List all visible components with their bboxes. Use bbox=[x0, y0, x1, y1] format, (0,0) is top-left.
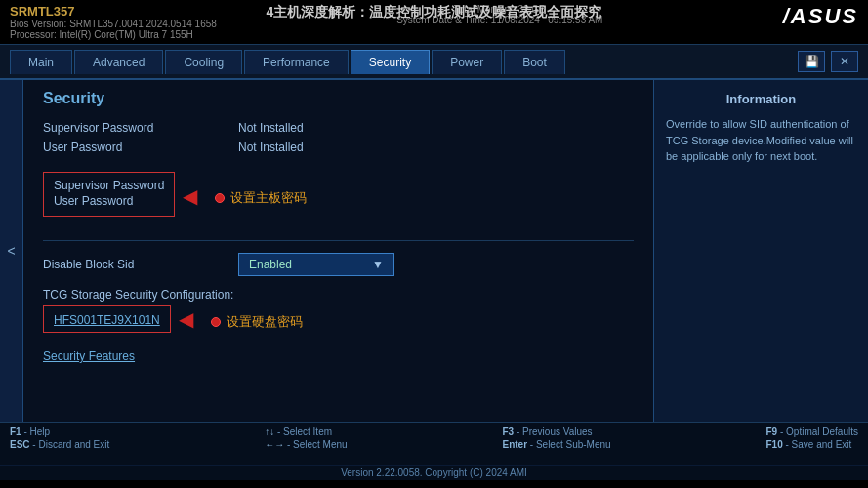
select-item-shortcut: ↑↓ - Select Item bbox=[265, 427, 347, 437]
version-text: Version 2.22.0058. Copyright (C) 2024 AM… bbox=[341, 468, 527, 478]
tcg-device-label: HFS001TEJ9X101N bbox=[54, 313, 160, 327]
tcg-device-row: HFS001TEJ9X101N ◀ 设置硬盘密码 bbox=[43, 305, 634, 333]
tab-main[interactable]: Main bbox=[10, 50, 72, 74]
tab-advanced[interactable]: Advanced bbox=[74, 50, 163, 74]
divider bbox=[43, 240, 634, 241]
tab-boot[interactable]: Boot bbox=[504, 50, 565, 74]
pw-red-dot bbox=[215, 193, 225, 203]
user-password-row: User Password Not Installed bbox=[43, 141, 634, 154]
disable-block-row: Disable Block Sid Enabled ▼ bbox=[43, 253, 634, 276]
sidebar-toggle[interactable]: < bbox=[0, 80, 23, 422]
tab-power[interactable]: Power bbox=[432, 50, 502, 74]
version-bar: Version 2.22.0058. Copyright (C) 2024 AM… bbox=[0, 465, 868, 480]
help-shortcut: F1 - Help bbox=[10, 427, 109, 437]
dropdown-value: Enabled bbox=[249, 258, 364, 271]
info-panel-title: Information bbox=[666, 92, 856, 106]
close-icon-button[interactable]: ✕ bbox=[831, 51, 858, 72]
dropdown-arrow-icon: ▼ bbox=[372, 258, 384, 271]
tcg-device-box[interactable]: HFS001TEJ9X101N bbox=[43, 305, 171, 333]
pw-arrow-icon: ◀ bbox=[183, 184, 197, 208]
section-title: Security bbox=[43, 90, 634, 107]
supervisor-password-row: Supervisor Password Not Installed bbox=[43, 121, 634, 135]
tab-security[interactable]: Security bbox=[351, 50, 430, 74]
nav-icons: 💾 ✕ bbox=[798, 51, 858, 72]
status-col-mid-right: F3 - Previous Values Enter - Select Sub-… bbox=[502, 427, 610, 450]
content-area: Security Supervisor Password Not Install… bbox=[23, 80, 653, 422]
user-pw-box-label: User Password bbox=[54, 194, 164, 208]
tcg-section: TCG Storage Security Configuration: HFS0… bbox=[43, 288, 634, 333]
nav-bar: Main Advanced Cooling Performance Securi… bbox=[0, 45, 868, 80]
tcg-annotation-row: 设置硬盘密码 bbox=[211, 313, 303, 331]
discard-shortcut: ESC - Discard and Exit bbox=[10, 439, 109, 450]
status-bar: F1 - Help ESC - Discard and Exit ↑↓ - Se… bbox=[0, 422, 868, 465]
user-password-label: User Password bbox=[43, 141, 238, 154]
password-section: Supervisor Password User Password ◀ 设置主板… bbox=[43, 162, 634, 230]
security-features-text[interactable]: Security Features bbox=[43, 349, 135, 363]
pw-annotation-text: 设置主板密码 bbox=[230, 189, 307, 207]
page-title-overlay: 4主机深度解析：温度控制功耗测试及噪音表现全面探究 bbox=[117, 4, 751, 21]
tcg-title: TCG Storage Security Configuration: bbox=[43, 288, 634, 302]
tcg-red-dot bbox=[211, 317, 221, 327]
info-panel: Information Override to allow SID authen… bbox=[653, 80, 868, 422]
tab-cooling[interactable]: Cooling bbox=[165, 50, 242, 74]
status-col-right: F9 - Optimal Defaults F10 - Save and Exi… bbox=[766, 427, 858, 450]
pw-annotation-row: 设置主板密码 bbox=[215, 189, 307, 207]
save-exit-shortcut: F10 - Save and Exit bbox=[766, 439, 858, 450]
tab-performance[interactable]: Performance bbox=[244, 50, 349, 74]
select-menu-shortcut: ←→ - Select Menu bbox=[265, 439, 347, 450]
tcg-arrow-icon: ◀ bbox=[179, 307, 193, 331]
password-box[interactable]: Supervisor Password User Password bbox=[43, 172, 175, 217]
supervisor-password-value: Not Installed bbox=[238, 121, 304, 135]
nav-tabs: Main Advanced Cooling Performance Securi… bbox=[10, 50, 565, 74]
supervisor-pw-box-label: Supervisor Password bbox=[54, 179, 164, 192]
status-col-left: F1 - Help ESC - Discard and Exit bbox=[10, 427, 109, 450]
submenu-shortcut: Enter - Select Sub-Menu bbox=[502, 439, 610, 450]
main-area: < Security Supervisor Password Not Insta… bbox=[0, 80, 868, 422]
prev-values-shortcut: F3 - Previous Values bbox=[502, 427, 610, 437]
optimal-defaults-shortcut: F9 - Optimal Defaults bbox=[766, 427, 858, 437]
asus-logo: /ASUS bbox=[783, 4, 858, 29]
status-col-mid-left: ↑↓ - Select Item ←→ - Select Menu bbox=[265, 427, 347, 450]
security-features-link[interactable]: Security Features bbox=[43, 346, 634, 364]
save-icon-button[interactable]: 💾 bbox=[798, 51, 825, 72]
tcg-annotation-text: 设置硬盘密码 bbox=[227, 313, 303, 331]
processor-info: Processor: Intel(R) Core(TM) Ultra 7 155… bbox=[10, 29, 217, 40]
enabled-dropdown[interactable]: Enabled ▼ bbox=[238, 253, 394, 276]
user-password-value: Not Installed bbox=[238, 141, 304, 154]
disable-block-label: Disable Block Sid bbox=[43, 258, 238, 271]
supervisor-password-label: Supervisor Password bbox=[43, 121, 238, 135]
info-panel-text: Override to allow SID authentication of … bbox=[666, 116, 856, 165]
